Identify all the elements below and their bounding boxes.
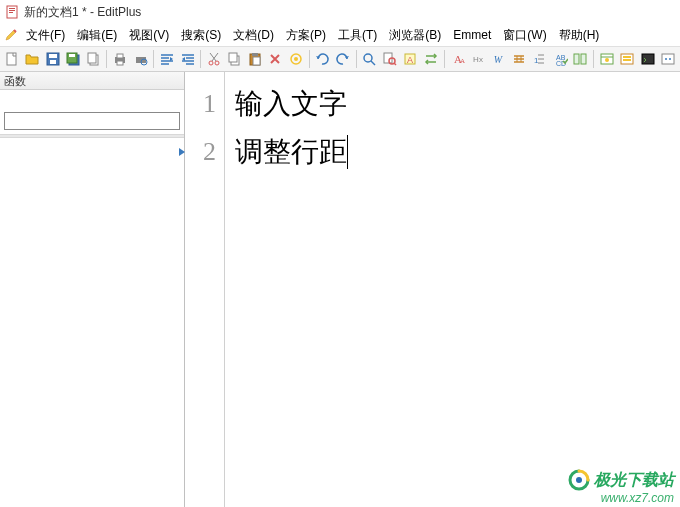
- svg-rect-7: [50, 60, 56, 64]
- editor[interactable]: 12 输入文字调整行距: [185, 72, 680, 507]
- svg-text:A: A: [407, 55, 413, 65]
- terminal-button[interactable]: [638, 49, 657, 69]
- svg-rect-47: [662, 54, 674, 64]
- font-size-button[interactable]: AA: [448, 49, 467, 69]
- hex-icon: Hx: [470, 51, 486, 67]
- svg-point-18: [209, 61, 213, 65]
- column-marker-icon: [572, 51, 588, 67]
- toolbar-separator: [200, 50, 201, 68]
- spell-check-button[interactable]: ABCD: [550, 49, 569, 69]
- paste-button[interactable]: [245, 49, 264, 69]
- svg-rect-15: [117, 61, 123, 65]
- svg-rect-12: [88, 53, 96, 63]
- undo-icon: [314, 51, 330, 67]
- paste-icon: [247, 51, 263, 67]
- copy-button[interactable]: [225, 49, 244, 69]
- save-all-button[interactable]: [63, 49, 82, 69]
- bookmark-button[interactable]: [286, 49, 305, 69]
- svg-rect-44: [623, 56, 631, 58]
- highlight-icon: A: [402, 51, 418, 67]
- menu-bar: 文件(F) 编辑(E) 视图(V) 搜索(S) 文档(D) 方案(P) 工具(T…: [0, 24, 680, 46]
- menu-browser[interactable]: 浏览器(B): [383, 25, 447, 46]
- settings-icon: [660, 51, 676, 67]
- print-preview-icon: [133, 51, 149, 67]
- menu-emmet[interactable]: Emmet: [447, 26, 497, 44]
- word-wrap-icon: W: [490, 51, 506, 67]
- ruler-button[interactable]: [509, 49, 528, 69]
- save-icon: [45, 51, 61, 67]
- redo-button[interactable]: [333, 49, 352, 69]
- column-marker-button[interactable]: [570, 49, 589, 69]
- bookmark-icon: [288, 51, 304, 67]
- svg-rect-21: [229, 53, 237, 62]
- svg-rect-24: [253, 57, 260, 65]
- menu-project[interactable]: 方案(P): [280, 25, 332, 46]
- find-button[interactable]: [360, 49, 379, 69]
- pencil-icon: [2, 28, 20, 42]
- toolbar-separator: [106, 50, 107, 68]
- print-preview-button[interactable]: [131, 49, 150, 69]
- svg-text:1: 1: [534, 56, 539, 65]
- copy-doc-icon: [86, 51, 102, 67]
- delete-button[interactable]: [266, 49, 285, 69]
- undo-button[interactable]: [313, 49, 332, 69]
- hex-button[interactable]: Hx: [468, 49, 487, 69]
- menu-edit[interactable]: 编辑(E): [71, 25, 123, 46]
- svg-rect-46: [642, 54, 654, 64]
- menu-help[interactable]: 帮助(H): [553, 25, 606, 46]
- sidebar-splitter[interactable]: [0, 134, 184, 138]
- svg-rect-40: [581, 54, 586, 64]
- open-folder-icon: [24, 51, 40, 67]
- svg-rect-2: [9, 10, 15, 11]
- svg-rect-1: [9, 8, 15, 9]
- svg-rect-23: [252, 53, 258, 56]
- replace-button[interactable]: [421, 49, 440, 69]
- svg-text:A: A: [460, 57, 465, 65]
- font-size-icon: AA: [449, 51, 465, 67]
- preview-icon: [619, 51, 635, 67]
- browser-view-button[interactable]: [597, 49, 616, 69]
- replace-icon: [423, 51, 439, 67]
- svg-point-27: [364, 54, 372, 62]
- delete-icon: [267, 51, 283, 67]
- svg-point-48: [665, 58, 667, 60]
- new-file-button[interactable]: [2, 49, 21, 69]
- line-number-button[interactable]: 1: [529, 49, 548, 69]
- menu-window[interactable]: 窗口(W): [497, 25, 552, 46]
- copy-doc-button[interactable]: [84, 49, 103, 69]
- sidebar-filter-input[interactable]: [4, 112, 180, 130]
- find-in-files-button[interactable]: [380, 49, 399, 69]
- menu-view[interactable]: 视图(V): [123, 25, 175, 46]
- print-button[interactable]: [110, 49, 129, 69]
- menu-document[interactable]: 文档(D): [227, 25, 280, 46]
- line-text: 输入文字: [235, 80, 347, 128]
- copy-icon: [226, 51, 242, 67]
- editor-content[interactable]: 输入文字调整行距: [225, 72, 680, 507]
- browser-view-icon: [599, 51, 615, 67]
- app-icon: [4, 4, 20, 20]
- word-wrap-button[interactable]: W: [488, 49, 507, 69]
- menu-file[interactable]: 文件(F): [20, 25, 71, 46]
- save-button[interactable]: [43, 49, 62, 69]
- svg-rect-4: [7, 53, 16, 65]
- ruler-icon: [511, 51, 527, 67]
- preview-button[interactable]: [617, 49, 636, 69]
- line-number-gutter: 12: [185, 72, 225, 507]
- find-in-files-icon: [382, 51, 398, 67]
- settings-button[interactable]: [658, 49, 677, 69]
- indent-right-button[interactable]: [178, 49, 197, 69]
- line-number: 1: [185, 80, 224, 128]
- editor-line[interactable]: 调整行距: [235, 128, 680, 176]
- editor-line[interactable]: 输入文字: [235, 80, 680, 128]
- svg-point-26: [294, 57, 298, 61]
- indent-left-button[interactable]: [157, 49, 176, 69]
- indent-left-icon: [159, 51, 175, 67]
- menu-search[interactable]: 搜索(S): [175, 25, 227, 46]
- open-folder-button[interactable]: [22, 49, 41, 69]
- menu-tool[interactable]: 工具(T): [332, 25, 383, 46]
- toolbar-separator: [153, 50, 154, 68]
- toolbar: AAAHxW1ABCD: [0, 46, 680, 72]
- cut-button[interactable]: [204, 49, 223, 69]
- highlight-button[interactable]: A: [401, 49, 420, 69]
- main-area: 函数 12 输入文字调整行距: [0, 72, 680, 507]
